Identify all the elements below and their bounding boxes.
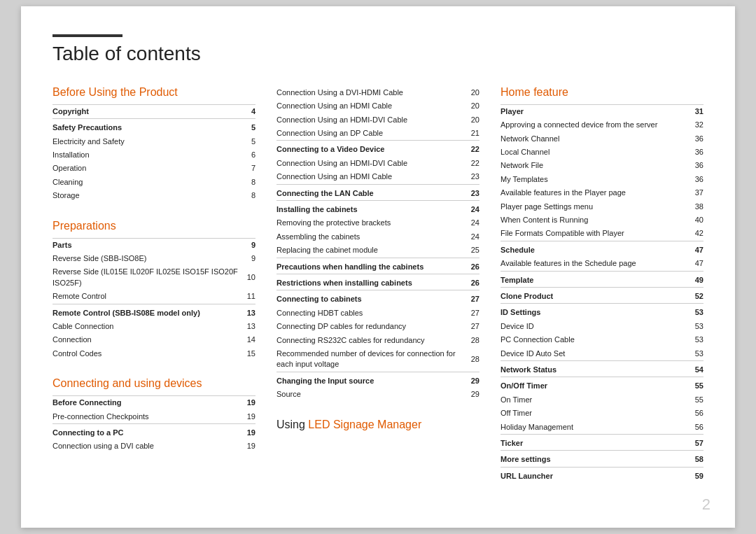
toc-item-label: Installation <box>52 148 244 162</box>
table-row: Approving a connected device from the se… <box>500 118 704 132</box>
toc-item-label: Control Codes <box>52 347 247 360</box>
table-row: Restrictions when installing cabinets26 <box>276 274 479 290</box>
table-row: Player page Settings menu38 <box>500 200 704 213</box>
toc-section: Connecting and using devicesBefore Conne… <box>52 377 255 454</box>
toc-item-label: Connection Using an HDMI Cable <box>276 170 471 184</box>
table-row: Copyright4 <box>52 104 255 118</box>
table-row: Recommended number of devices for connec… <box>276 347 479 372</box>
toc-item-label: Removing the protective brackets <box>276 216 471 230</box>
toc-item-label: Local Channel <box>500 146 693 159</box>
table-row: Device ID Auto Set53 <box>500 347 704 361</box>
toc-item-page: 36 <box>693 173 704 186</box>
toc-item-label: On Timer <box>500 393 693 407</box>
table-row: When Content is Running40 <box>500 213 704 227</box>
table-row: Replacing the cabinet module25 <box>276 244 479 258</box>
toc-item-page: 29 <box>471 388 479 401</box>
table-row: Connection Using an HDMI Cable23 <box>276 170 479 184</box>
toc-item-page: 6 <box>244 148 255 162</box>
table-row: Connection Using an HDMI-DVI Cable20 <box>276 113 479 127</box>
toc-item-page: 26 <box>471 274 479 290</box>
table-row: Control Codes15 <box>52 347 255 360</box>
toc-item-label: Restrictions when installing cabinets <box>276 274 471 290</box>
table-row: Reverse Side (SBB-ISO8E)9 <box>52 252 255 265</box>
toc-item-page: 56 <box>693 407 704 420</box>
title-bar <box>52 34 122 37</box>
toc-item-label: Available features in the Player page <box>500 186 693 199</box>
table-row: My Templates36 <box>500 173 704 186</box>
toc-item-label: Connection Using an DP Cable <box>276 127 471 141</box>
toc-item-label: Connecting to cabinets <box>276 290 471 307</box>
toc-item-page: 23 <box>471 184 479 200</box>
table-row: On/Off Timer55 <box>500 377 704 393</box>
toc-item-page: 26 <box>471 258 479 274</box>
table-row: Remote Control (SBB-IS08E model only)13 <box>52 304 255 320</box>
toc-item-page: 27 <box>471 307 479 320</box>
table-row: Available features in the Schedule page4… <box>500 257 704 271</box>
toc-item-page: 57 <box>693 434 704 450</box>
toc-item-label: Connection Using a DVI-HDMI Cable <box>276 86 471 99</box>
toc-item-label: Recommended number of devices for connec… <box>276 347 471 372</box>
table-row: Safety Precautions5 <box>52 119 255 135</box>
table-row: Template49 <box>500 271 704 287</box>
toc-item-label: Clone Product <box>500 288 693 304</box>
toc-item-label: File Formats Compatible with Player <box>500 227 693 241</box>
toc-item-label: ID Settings <box>500 304 693 320</box>
toc-item-page: 11 <box>247 290 255 304</box>
toc-item-page: 27 <box>471 320 479 333</box>
table-row: Operation7 <box>52 162 255 175</box>
toc-item-page: 8 <box>244 189 255 202</box>
toc-section: PreparationsParts9Reverse Side (SBB-ISO8… <box>52 220 255 361</box>
table-row: Player31 <box>500 104 704 118</box>
table-row: Precautions when handling the cabinets26 <box>276 258 479 274</box>
table-row: Storage8 <box>52 189 255 202</box>
toc-item-page: 23 <box>471 170 479 184</box>
toc-item-label: Reverse Side (IL015E IL020F IL025E ISO15… <box>52 265 247 290</box>
toc-section: Connection Using a DVI-HDMI Cable20Conne… <box>276 86 479 402</box>
toc-item-page: 49 <box>693 271 704 287</box>
toc-section: Home featurePlayer31Approving a connecte… <box>500 86 704 483</box>
toc-item-label: Safety Precautions <box>52 119 244 135</box>
toc-item-page: 20 <box>471 86 479 99</box>
page-title: Table of contents <box>52 43 704 65</box>
table-row: Reverse Side (IL015E IL020F IL025E ISO15… <box>52 265 255 290</box>
toc-item-page: 13 <box>247 320 255 333</box>
table-row: Clone Product52 <box>500 288 704 304</box>
section-title: Connecting and using devices <box>52 377 255 390</box>
toc-item-page: 53 <box>693 347 704 361</box>
toc-item-page: 19 <box>239 396 255 410</box>
toc-item-label: Cleaning <box>52 176 244 189</box>
toc-item-label: Connection Using an HDMI Cable <box>276 99 471 113</box>
table-row: Network Status54 <box>500 360 704 377</box>
table-row: PC Connection Cable53 <box>500 333 704 346</box>
toc-item-page: 15 <box>247 347 255 360</box>
table-row: Installation6 <box>52 148 255 162</box>
toc-item-page: 59 <box>693 467 704 483</box>
table-row: Installing the cabinets24 <box>276 201 479 217</box>
toc-item-page: 53 <box>693 304 704 320</box>
toc-item-page: 47 <box>693 241 704 257</box>
toc-item-label: Connecting to a PC <box>52 423 239 440</box>
table-row: Schedule47 <box>500 241 704 257</box>
table-row: Remote Control11 <box>52 290 255 304</box>
toc-item-page: 31 <box>693 104 704 118</box>
toc-item-page: 25 <box>471 244 479 258</box>
toc-item-page: 22 <box>471 141 479 157</box>
toc-item-label: Parts <box>52 238 247 252</box>
table-row: Cable Connection13 <box>52 320 255 333</box>
toc-item-label: Approving a connected device from the se… <box>500 118 693 132</box>
toc-item-page: 24 <box>471 216 479 230</box>
toc-item-label: PC Connection Cable <box>500 333 693 346</box>
toc-item-page: 36 <box>693 146 704 159</box>
toc-item-label: Player page Settings menu <box>500 200 693 213</box>
toc-item-page: 19 <box>239 423 255 440</box>
toc-item-page: 52 <box>693 288 704 304</box>
table-row: Available features in the Player page37 <box>500 186 704 199</box>
table-row: Connecting DP cables for redundancy27 <box>276 320 479 333</box>
toc-item-label: Ticker <box>500 434 693 450</box>
toc-item-page: 19 <box>239 410 255 424</box>
toc-item-label: Device ID Auto Set <box>500 347 693 361</box>
toc-item-label: Operation <box>52 162 244 175</box>
toc-table: Connection Using a DVI-HDMI Cable20Conne… <box>276 86 479 402</box>
toc-item-label: Installing the cabinets <box>276 201 471 217</box>
toc-item-page: 53 <box>693 320 704 333</box>
